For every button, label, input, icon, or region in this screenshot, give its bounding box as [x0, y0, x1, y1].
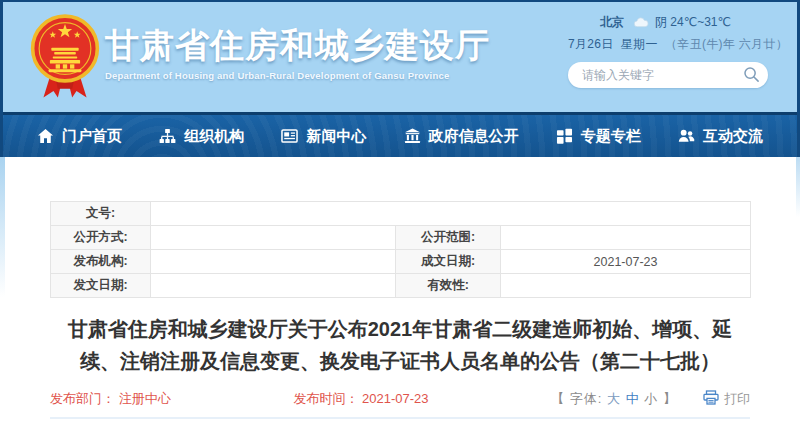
- banner-utilities: 北京 阴 24℃~31℃ 7月26日 星期一 （辛丑(牛)年 六月廿）: [568, 12, 783, 88]
- site-subtitle: Department of Housing and Urban-Rural De…: [105, 70, 490, 81]
- search-input[interactable]: [568, 62, 768, 88]
- search-icon: [743, 71, 760, 86]
- nav-label: 专题专栏: [581, 127, 641, 146]
- validity-value: [501, 274, 751, 298]
- font-size-medium-button[interactable]: 中: [626, 391, 640, 406]
- table-row: 公开方式: 公开范围:: [51, 226, 751, 250]
- weather-city: 北京: [600, 14, 624, 31]
- publish-time: 发布时间： 2021-07-23: [293, 390, 428, 408]
- validity-label: 有效性:: [396, 274, 501, 298]
- publish-department: 发布部门： 注册中心: [50, 390, 171, 408]
- publish-department-label: 发布部门：: [50, 391, 115, 406]
- issue-date-label: 发文日期:: [51, 274, 151, 298]
- cloud-icon: [633, 15, 650, 29]
- site-title: 甘肃省住房和城乡建设厅: [105, 24, 490, 67]
- table-row: 发文日期: 有效性:: [51, 274, 751, 298]
- nav-item-home[interactable]: 门户首页: [37, 127, 122, 146]
- left-edge-gradient: [0, 157, 5, 297]
- org-icon: [159, 128, 176, 144]
- font-size-control: 【 字体: 大 中 小 】: [551, 390, 677, 408]
- date-line: 7月26日 星期一 （辛丑(牛)年 六月廿）: [568, 36, 783, 53]
- article-content: 文号: 公开方式: 公开范围: 发布机构: 成文日期: 2021-07-23 发…: [50, 201, 750, 422]
- table-row: 发布机构: 成文日期: 2021-07-23: [51, 250, 751, 274]
- article-title: 甘肃省住房和城乡建设厅关于公布2021年甘肃省二级建造师初始、增项、延续、注销注…: [50, 313, 750, 377]
- print-button[interactable]: 打印: [703, 390, 750, 408]
- right-edge-gradient: [796, 157, 800, 217]
- article-tools: 【 字体: 大 中 小 】 打印: [551, 390, 750, 408]
- font-control-close: 】: [663, 391, 677, 406]
- publish-department-value: 注册中心: [119, 391, 171, 406]
- issuing-agency-label: 发布机构:: [51, 250, 151, 274]
- font-control-open: 【 字体:: [551, 391, 602, 406]
- date-lunar: （辛丑(牛)年 六月廿）: [665, 37, 788, 51]
- top-section: 甘肃省住房和城乡建设厅 Department of Housing and Ur…: [0, 0, 800, 157]
- site-banner: 甘肃省住房和城乡建设厅 Department of Housing and Ur…: [3, 2, 797, 112]
- issue-date-value: [151, 274, 396, 298]
- topics-icon: [556, 128, 573, 144]
- printer-icon: [703, 390, 719, 408]
- main-nav: 门户首页 组织机构 新闻中心 政府信息公开: [3, 112, 797, 157]
- written-date-label: 成文日期:: [396, 250, 501, 274]
- nav-label: 门户首页: [62, 127, 122, 146]
- doc-no-label: 文号:: [51, 202, 151, 226]
- nav-label: 政府信息公开: [429, 127, 519, 146]
- publish-time-value: 2021-07-23: [362, 391, 429, 406]
- nav-item-organization[interactable]: 组织机构: [159, 127, 244, 146]
- open-method-label: 公开方式:: [51, 226, 151, 250]
- weather-widget: 北京 阴 24℃~31℃: [568, 12, 783, 32]
- written-date-value: 2021-07-23: [501, 250, 751, 274]
- open-scope-value: [501, 226, 751, 250]
- search-box: [568, 62, 768, 88]
- nav-label: 互动交流: [703, 127, 763, 146]
- interaction-icon: [678, 128, 695, 144]
- nav-label: 新闻中心: [306, 127, 366, 146]
- search-button[interactable]: [742, 66, 760, 84]
- site-title-block: 甘肃省住房和城乡建设厅 Department of Housing and Ur…: [105, 24, 490, 81]
- open-method-value: [151, 226, 396, 250]
- nav-label: 组织机构: [184, 127, 244, 146]
- print-label: 打印: [724, 390, 750, 408]
- page: 甘肃省住房和城乡建设厅 Department of Housing and Ur…: [0, 0, 800, 422]
- nav-item-topics[interactable]: 专题专栏: [556, 127, 641, 146]
- national-emblem-logo: [29, 14, 101, 106]
- table-row: 文号:: [51, 202, 751, 226]
- font-size-small-button[interactable]: 小: [644, 391, 658, 406]
- document-meta-table: 文号: 公开方式: 公开范围: 发布机构: 成文日期: 2021-07-23 发…: [50, 201, 751, 298]
- news-icon: [281, 128, 298, 144]
- issuing-agency-value: [151, 250, 396, 274]
- date-solar: 7月26日: [568, 37, 614, 51]
- font-size-large-button[interactable]: 大: [607, 391, 621, 406]
- nav-item-gov-info[interactable]: 政府信息公开: [404, 127, 519, 146]
- open-scope-label: 公开范围:: [396, 226, 501, 250]
- nav-item-news[interactable]: 新闻中心: [281, 127, 366, 146]
- publish-time-label: 发布时间：: [293, 391, 358, 406]
- gov-info-icon: [404, 128, 421, 144]
- home-icon: [37, 128, 54, 144]
- weather-condition: 阴 24℃~31℃: [655, 14, 731, 31]
- article-meta-row: 发布部门： 注册中心 发布时间： 2021-07-23 【 字体: 大 中 小 …: [50, 390, 750, 419]
- date-weekday: 星期一: [621, 37, 658, 51]
- nav-item-interaction[interactable]: 互动交流: [678, 127, 763, 146]
- doc-no-value: [151, 202, 751, 226]
